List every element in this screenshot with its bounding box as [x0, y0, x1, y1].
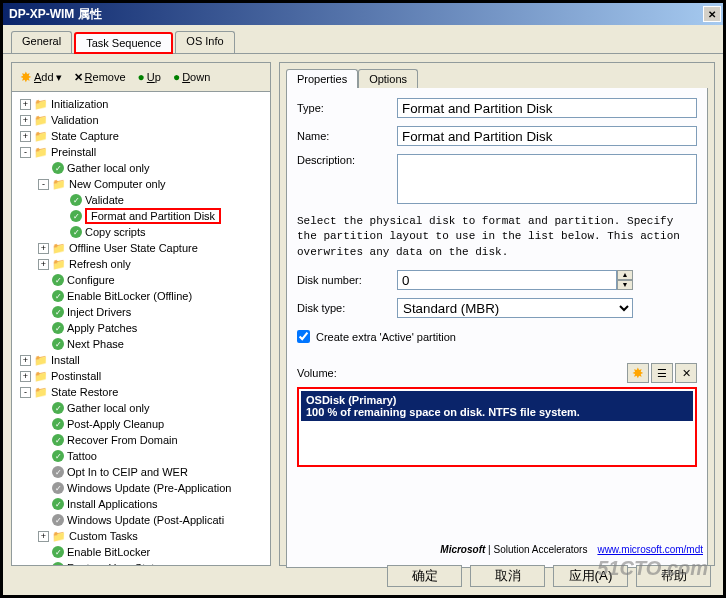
expander-icon[interactable]: - — [20, 387, 31, 398]
help-button[interactable]: 帮助 — [636, 565, 711, 587]
expander-icon[interactable]: - — [38, 179, 49, 190]
expander-icon[interactable]: - — [20, 147, 31, 158]
expander-icon[interactable]: + — [20, 131, 31, 142]
tab-general[interactable]: General — [11, 31, 72, 53]
help-text: Select the physical disk to format and p… — [297, 214, 697, 260]
ms-logo: Microsoft — [440, 544, 485, 555]
desc-label: Description: — [297, 154, 397, 166]
task-tree[interactable]: +📁Initialization+📁Validation+📁State Capt… — [12, 92, 270, 565]
volume-item[interactable]: OSDisk (Primary) 100 % of remaining spac… — [301, 391, 693, 421]
folder-icon: 📁 — [52, 242, 66, 255]
tree-node-label: Windows Update (Pre-Application — [67, 482, 231, 494]
remove-button[interactable]: ✕ Remove — [70, 69, 130, 86]
tree-node-label: Format and Partition Disk — [91, 210, 215, 222]
properties-dialog: DP-XP-WIM 属性 ✕ General Task Sequence OS … — [0, 0, 726, 598]
tree-node[interactable]: ✓Enable BitLocker (Offline) — [16, 288, 266, 304]
tree-node-label: Tattoo — [67, 450, 97, 462]
tree-node[interactable]: ✓Install Applications — [16, 496, 266, 512]
tree-panel: ✸ Add▾ ✕ Remove ● Up ● Down +📁Initializa… — [11, 62, 271, 566]
tree-node[interactable]: ✓Validate — [16, 192, 266, 208]
volume-new-button[interactable]: ✸ — [627, 363, 649, 383]
disabled-icon: ✓ — [52, 514, 64, 526]
tree-node[interactable]: +📁Refresh only — [16, 256, 266, 272]
tree-node[interactable]: ✓Windows Update (Pre-Application — [16, 480, 266, 496]
expander-icon[interactable]: + — [20, 99, 31, 110]
cancel-button[interactable]: 取消 — [470, 565, 545, 587]
tab-options[interactable]: Options — [358, 69, 418, 88]
tree-node[interactable]: +📁Custom Tasks — [16, 528, 266, 544]
active-partition-checkbox[interactable] — [297, 330, 310, 343]
tree-node-label: Validate — [85, 194, 124, 206]
close-button[interactable]: ✕ — [703, 6, 721, 22]
add-button[interactable]: ✸ Add▾ — [16, 67, 66, 87]
check-icon: ✓ — [52, 162, 64, 174]
spin-up[interactable]: ▲ — [617, 270, 633, 280]
tree-node[interactable]: +📁Install — [16, 352, 266, 368]
tree-node[interactable]: ✓Restore User State — [16, 560, 266, 565]
disk-num-field[interactable] — [397, 270, 617, 290]
footer-link[interactable]: www.microsoft.com/mdt — [597, 544, 703, 555]
tree-node[interactable]: ✓Enable BitLocker — [16, 544, 266, 560]
ok-button[interactable]: 确定 — [387, 565, 462, 587]
folder-icon: 📁 — [34, 146, 48, 159]
inner-tabs: Properties Options — [286, 69, 708, 88]
tree-node[interactable]: ✓Configure — [16, 272, 266, 288]
tree-node[interactable]: ✓Windows Update (Post-Applicati — [16, 512, 266, 528]
expander-icon[interactable]: + — [38, 243, 49, 254]
check-icon: ✓ — [70, 194, 82, 206]
expander-icon[interactable]: + — [20, 371, 31, 382]
arrow-down-icon: ● — [173, 70, 180, 84]
disk-num-label: Disk number: — [297, 274, 397, 286]
volume-list[interactable]: OSDisk (Primary) 100 % of remaining spac… — [297, 387, 697, 467]
tree-node[interactable]: ✓Post-Apply Cleanup — [16, 416, 266, 432]
disk-type-select[interactable]: Standard (MBR) — [397, 298, 633, 318]
tab-os-info[interactable]: OS Info — [175, 31, 234, 53]
desc-field[interactable] — [397, 154, 697, 204]
tab-task-sequence[interactable]: Task Sequence — [74, 32, 173, 54]
name-field[interactable] — [397, 126, 697, 146]
tree-node-label: Enable BitLocker — [67, 546, 150, 558]
tree-node[interactable]: ✓Gather local only — [16, 400, 266, 416]
up-button[interactable]: ● Up — [134, 68, 165, 86]
expander-icon[interactable]: + — [38, 259, 49, 270]
tab-properties[interactable]: Properties — [286, 69, 358, 88]
disk-type-label: Disk type: — [297, 302, 397, 314]
apply-button[interactable]: 应用(A) — [553, 565, 628, 587]
expander-icon[interactable]: + — [20, 115, 31, 126]
tree-node[interactable]: ✓Apply Patches — [16, 320, 266, 336]
expander-icon[interactable]: + — [38, 531, 49, 542]
properties-body: Type: Name: Description: Select the phys… — [286, 88, 708, 568]
expander-icon[interactable]: + — [20, 355, 31, 366]
tree-node-label: Refresh only — [69, 258, 131, 270]
tree-node-label: State Capture — [51, 130, 119, 142]
tree-node-label: Validation — [51, 114, 99, 126]
x-icon: ✕ — [74, 71, 83, 84]
tree-node[interactable]: ✓Recover From Domain — [16, 432, 266, 448]
tree-node[interactable]: ✓Inject Drivers — [16, 304, 266, 320]
tree-node[interactable]: +📁State Capture — [16, 128, 266, 144]
tree-node[interactable]: -📁Preinstall — [16, 144, 266, 160]
tree-node[interactable]: -📁New Computer only — [16, 176, 266, 192]
check-icon: ✓ — [52, 418, 64, 430]
volume-delete-button[interactable]: ✕ — [675, 363, 697, 383]
down-button[interactable]: ● Down — [169, 68, 214, 86]
tree-node[interactable]: ✓Next Phase — [16, 336, 266, 352]
tree-node[interactable]: ✓Format and Partition Disk — [16, 208, 266, 224]
arrow-up-icon: ● — [138, 70, 145, 84]
tree-node[interactable]: ✓Copy scripts — [16, 224, 266, 240]
spin-down[interactable]: ▼ — [617, 280, 633, 290]
tree-node[interactable]: +📁Postinstall — [16, 368, 266, 384]
tree-node[interactable]: ✓Gather local only — [16, 160, 266, 176]
footer: Microsoft | Solution Accelerators www.mi… — [440, 544, 703, 555]
volume-props-button[interactable]: ☰ — [651, 363, 673, 383]
folder-icon: 📁 — [52, 530, 66, 543]
tree-node-label: Install — [51, 354, 80, 366]
tree-node[interactable]: ✓Opt In to CEIP and WER — [16, 464, 266, 480]
tree-node[interactable]: +📁Validation — [16, 112, 266, 128]
tree-node[interactable]: +📁Offline User State Capture — [16, 240, 266, 256]
folder-icon: 📁 — [34, 354, 48, 367]
tree-node[interactable]: -📁State Restore — [16, 384, 266, 400]
tree-node[interactable]: ✓Tattoo — [16, 448, 266, 464]
check-icon: ✓ — [52, 434, 64, 446]
tree-node[interactable]: +📁Initialization — [16, 96, 266, 112]
